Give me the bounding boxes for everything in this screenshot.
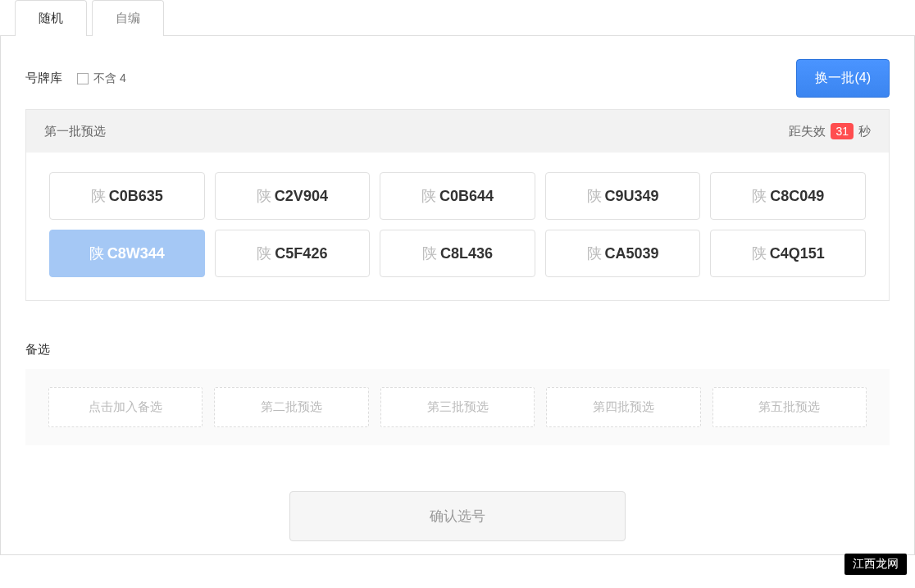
plate-code: C0B635 [109,188,163,204]
tab-custom[interactable]: 自编 [92,0,164,36]
plate-code: C8C049 [770,188,824,204]
plate-prefix: 陕 [752,188,767,204]
countdown: 距失效 31 秒 [789,123,871,139]
plate-code: C5F426 [275,245,327,262]
batch-box: 第一批预选 距失效 31 秒 陕C0B635 陕C2V904 陕C0B644 陕… [25,109,890,301]
plate-prefix: 陕 [587,188,602,204]
plate-code: CA5039 [605,245,659,262]
alt-slot-batch4[interactable]: 第四批预选 [546,387,700,427]
alt-slot-batch3[interactable]: 第三批预选 [380,387,535,427]
countdown-suffix: 秒 [858,124,871,139]
tab-random[interactable]: 随机 [15,0,87,36]
plate-prefix: 陕 [587,245,602,262]
checkbox-box-icon [77,73,89,84]
plate-prefix: 陕 [257,188,271,204]
pool-label: 号牌库 [25,71,62,86]
plate-code: C8W344 [107,245,165,262]
plate-option[interactable]: 陕C0B635 [49,172,205,220]
batch-header: 第一批预选 距失效 31 秒 [26,110,889,153]
watermark: 江西龙网 [844,554,907,575]
plate-prefix: 陕 [89,245,104,262]
plate-option[interactable]: 陕C9U349 [545,172,701,220]
plate-code: C4Q151 [770,245,825,262]
top-row: 号牌库 不含 4 换一批(4) [25,59,890,98]
plate-code: C0B644 [439,188,494,204]
countdown-value: 31 [831,123,854,139]
plate-grid: 陕C0B635 陕C2V904 陕C0B644 陕C9U349 陕C8C049 … [26,153,889,300]
plate-option[interactable]: 陕C2V904 [215,172,371,220]
confirm-button[interactable]: 确认选号 [289,491,626,541]
plate-prefix: 陕 [422,245,437,262]
plate-option[interactable]: 陕C4Q151 [710,230,866,277]
main-panel: 号牌库 不含 4 换一批(4) 第一批预选 距失效 31 秒 陕C0B635 [0,35,915,555]
plate-option[interactable]: 陕C8C049 [710,172,866,220]
alt-slot-add[interactable]: 点击加入备选 [48,387,203,427]
plate-option[interactable]: 陕C8L436 [380,230,535,277]
plate-option[interactable]: 陕C8W344 [49,230,205,277]
batch-title: 第一批预选 [44,124,106,139]
countdown-prefix: 距失效 [789,124,826,139]
plate-option[interactable]: 陕CA5039 [545,230,701,277]
alt-slot-batch2[interactable]: 第二批预选 [214,387,368,427]
plate-prefix: 陕 [421,188,436,204]
tabs: 随机 自编 [15,0,915,36]
plate-prefix: 陕 [752,245,767,262]
refresh-button[interactable]: 换一批(4) [796,59,890,98]
alt-slot-batch5[interactable]: 第五批预选 [712,387,867,427]
plate-code: C8L436 [440,245,493,262]
alternatives-box: 点击加入备选 第二批预选 第三批预选 第四批预选 第五批预选 [25,369,890,445]
alternatives-label: 备选 [25,342,890,358]
plate-option[interactable]: 陕C5F426 [215,230,371,277]
exclude-4-label: 不含 4 [93,71,126,86]
exclude-4-checkbox[interactable]: 不含 4 [77,71,126,86]
plate-option[interactable]: 陕C0B644 [380,172,535,220]
plate-code: C9U349 [605,188,659,204]
plate-prefix: 陕 [91,188,106,204]
plate-code: C2V904 [275,188,328,204]
plate-prefix: 陕 [257,245,271,262]
